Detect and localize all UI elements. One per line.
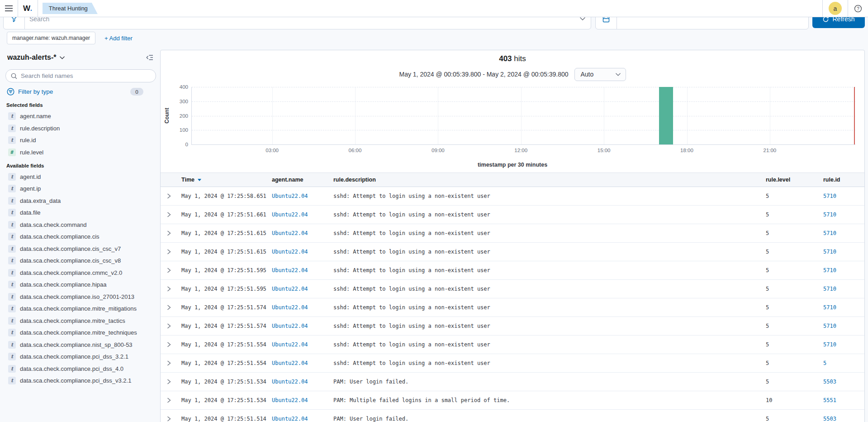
field-item[interactable]: trule.id <box>8 136 145 144</box>
column-header-agent-name[interactable]: agent.name <box>267 177 329 183</box>
expand-row-button[interactable] <box>161 379 177 384</box>
field-item[interactable]: tdata.file <box>8 209 145 216</box>
field-item[interactable]: tdata.sca.check.compliance.pci_dss_v3.2.… <box>8 377 145 384</box>
cell-agent-name[interactable]: Ubuntu22.04 <box>267 267 329 273</box>
tab-threat-hunting[interactable]: Threat Hunting <box>43 3 98 14</box>
expand-row-button[interactable] <box>161 305 177 310</box>
expand-row-button[interactable] <box>161 212 177 217</box>
cell-agent-name[interactable]: Ubuntu22.04 <box>267 304 329 311</box>
help-button[interactable]: ? <box>848 0 868 17</box>
x-tick-label: 09:00 <box>432 148 445 153</box>
field-item[interactable]: tagent.ip <box>8 185 145 192</box>
histogram-bar[interactable] <box>659 87 673 144</box>
expand-row-button[interactable] <box>161 398 177 403</box>
expand-row-button[interactable] <box>161 249 177 254</box>
cell-agent-name[interactable]: Ubuntu22.04 <box>267 230 329 236</box>
cell-rule-id[interactable]: 5503 <box>819 379 864 385</box>
cell-time: May 1, 2024 @ 17:25:51.615 <box>177 249 267 255</box>
field-name: data.sca.check.compliance.cis <box>20 233 100 240</box>
cell-rule-id[interactable]: 5503 <box>819 416 864 422</box>
field-item[interactable]: tdata.sca.check.compliance.cis_csc_v8 <box>8 257 145 264</box>
add-filter-button[interactable]: + Add filter <box>104 35 133 42</box>
cell-agent-name[interactable]: Ubuntu22.04 <box>267 379 329 385</box>
cell-rule-id[interactable]: 5710 <box>819 267 864 273</box>
cell-agent-name[interactable]: Ubuntu22.04 <box>267 416 329 422</box>
collapse-sidebar-icon[interactable] <box>146 54 153 61</box>
field-item[interactable]: #rule.level <box>8 149 145 156</box>
expand-row-button[interactable] <box>161 286 177 292</box>
query-language-button[interactable] <box>574 17 591 20</box>
index-pattern-selector[interactable]: wazuh-alerts-* <box>7 53 56 62</box>
field-item[interactable]: tdata.sca.check.compliance.pci_dss_4.0 <box>8 365 145 373</box>
avatar[interactable]: a <box>829 2 842 15</box>
cell-rule-id[interactable]: 5710 <box>819 304 864 311</box>
expand-row-button[interactable] <box>161 360 177 366</box>
cell-agent-name[interactable]: Ubuntu22.04 <box>267 341 329 348</box>
field-search-input[interactable]: Search field names <box>5 69 156 82</box>
y-tick-label: 100 <box>168 127 188 133</box>
column-header-time[interactable]: Time <box>177 177 267 183</box>
cell-agent-name[interactable]: Ubuntu22.04 <box>267 193 329 199</box>
field-item[interactable]: tdata.sca.check.compliance.cmmc_v2.0 <box>8 269 145 277</box>
cell-agent-name[interactable]: Ubuntu22.04 <box>267 360 329 366</box>
cell-rule-id[interactable]: 5710 <box>819 211 864 218</box>
field-search-placeholder: Search field names <box>21 72 73 79</box>
column-header-rule-description[interactable]: rule.description <box>329 177 761 183</box>
expand-row-button[interactable] <box>161 268 177 273</box>
cell-rule-id[interactable]: 5 <box>819 360 864 366</box>
cell-rule-level: 5 <box>761 304 819 311</box>
cell-rule-id[interactable]: 5710 <box>819 286 864 292</box>
cell-rule-id[interactable]: 5710 <box>819 230 864 236</box>
field-item[interactable]: tdata.sca.check.compliance.nist_sp_800-5… <box>8 341 145 349</box>
field-item[interactable]: tdata.sca.check.command <box>8 221 145 229</box>
index-pattern-chevron-icon[interactable] <box>60 56 65 59</box>
filter-by-type-button[interactable]: Filter by type 0 <box>5 88 156 96</box>
cell-rule-id[interactable]: 5551 <box>819 397 864 403</box>
field-type-badge: t <box>8 209 16 216</box>
expand-row-button[interactable] <box>161 323 177 329</box>
app-logo[interactable]: W. <box>18 0 38 17</box>
cell-rule-id[interactable]: 5710 <box>819 341 864 348</box>
field-type-badge: t <box>8 173 16 181</box>
field-name: data.sca.check.compliance.nist_sp_800-53 <box>20 341 133 349</box>
field-item[interactable]: tdata.sca.check.compliance.iso_27001-201… <box>8 293 145 301</box>
cell-rule-id[interactable]: 5710 <box>819 193 864 199</box>
field-item[interactable]: tdata.sca.check.compliance.hipaa <box>8 281 145 288</box>
filter-pill[interactable]: manager.name: wazuh.manager <box>7 32 95 44</box>
histogram-chart[interactable]: 03:0006:0009:0012:0015:0018:0021:0001002… <box>191 87 855 145</box>
menu-button[interactable] <box>0 0 18 17</box>
expand-row-button[interactable] <box>161 230 177 236</box>
interval-select[interactable]: Auto <box>574 68 626 81</box>
field-item[interactable]: tdata.sca.check.compliance.​mitre_techni… <box>8 329 145 336</box>
field-item[interactable]: tdata.sca.check.compliance.pci_dss_3.2.1 <box>8 353 145 360</box>
column-header-rule-level[interactable]: rule.level <box>761 177 819 183</box>
field-item[interactable]: tdata.sca.check.compliance.cis_csc_v7 <box>8 245 145 253</box>
cell-agent-name[interactable]: Ubuntu22.04 <box>267 211 329 218</box>
expand-row-icon <box>166 360 171 366</box>
cell-agent-name[interactable]: Ubuntu22.04 <box>267 397 329 403</box>
field-item[interactable]: tagent.name <box>8 112 145 120</box>
field-item[interactable]: trule.description <box>8 125 145 132</box>
field-item[interactable]: tdata.extra_data <box>8 197 145 205</box>
field-item[interactable]: tdata.sca.check.compliance.cis <box>8 233 145 240</box>
cell-rule-id[interactable]: 5710 <box>819 323 864 329</box>
filter-by-type-label: Filter by type <box>18 88 53 95</box>
expand-row-icon <box>166 379 171 384</box>
field-type-badge: t <box>8 281 16 288</box>
cell-agent-name[interactable]: Ubuntu22.04 <box>267 249 329 255</box>
expand-row-button[interactable] <box>161 193 177 199</box>
field-item[interactable]: tagent.id <box>8 173 145 181</box>
cell-time: May 1, 2024 @ 17:25:51.595 <box>177 267 267 273</box>
column-header-rule-id[interactable]: rule.id <box>819 177 864 183</box>
field-item[interactable]: tdata.sca.check.compliance.mitre_tactics <box>8 317 145 325</box>
expand-row-button[interactable] <box>161 416 177 422</box>
available-fields-header: Available fields <box>6 163 156 168</box>
cell-rule-id[interactable]: 5710 <box>819 249 864 255</box>
field-type-badge: t <box>8 377 16 384</box>
expand-row-button[interactable] <box>161 342 177 347</box>
cell-agent-name[interactable]: Ubuntu22.04 <box>267 323 329 329</box>
expand-row-icon <box>166 342 171 347</box>
field-item[interactable]: tdata.sca.check.compliance.​mitre_mitiga… <box>8 305 145 312</box>
user-menu: a <box>822 0 848 17</box>
cell-agent-name[interactable]: Ubuntu22.04 <box>267 286 329 292</box>
